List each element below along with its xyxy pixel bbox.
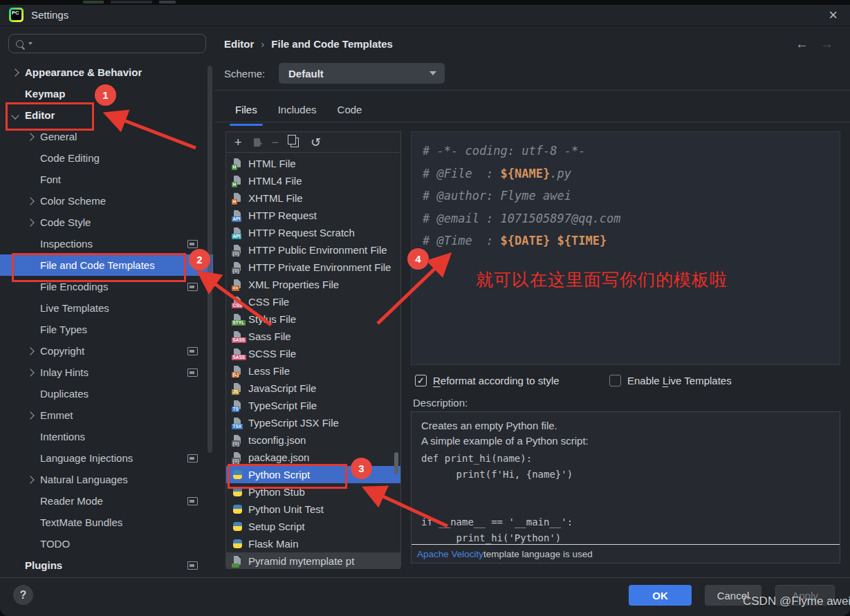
file-type-icon: JS [233,383,242,393]
template-item-label: JavaScript File [248,382,316,394]
sidebar-item-reader-mode[interactable]: Reader Mode [0,490,213,512]
template-item-css-file[interactable]: CSSCSS File [226,293,400,310]
sidebar-item-label: Intentions [40,431,85,442]
file-badge-icon: <> [232,286,239,291]
sidebar-item-plugins[interactable]: Plugins [0,554,213,576]
file-type-icon [233,487,242,497]
file-type-icon: TS [233,400,242,411]
chevron-right-icon [26,133,34,140]
template-item-xml-properties-file[interactable]: <>XML Properties File [226,276,400,293]
sidebar-item-file-encodings[interactable]: File Encodings [0,276,213,297]
template-editor[interactable]: # -*- coding: utf-8 -*-# @File : ${NAME}… [411,131,840,365]
template-item-html-file[interactable]: HHTML File [226,155,400,172]
file-type-icon [233,556,242,566]
back-arrow-icon[interactable]: ← [795,37,809,52]
sidebar-item-textmate-bundles[interactable]: TextMate Bundles [0,512,213,533]
template-item-scss-file[interactable]: SASSSCSS File [226,345,400,362]
sidebar-item-file-types[interactable]: File Types [0,319,213,340]
sidebar-item-label: Plugins [25,559,62,571]
template-item-http-private-environment-file[interactable]: {0}HTTP Private Environment File [226,259,400,276]
sidebar-item-inspections[interactable]: Inspections [0,233,213,254]
remove-icon[interactable]: − [272,136,279,149]
code-line: # @Time : ${DATE} ${TIME} [423,230,840,252]
breadcrumb-separator: › [261,38,264,50]
sidebar-item-duplicates[interactable]: Duplicates [0,383,213,404]
file-badge-icon: STYL [232,320,246,326]
template-item-label: HTML File [248,158,296,169]
file-type-icon: API [233,227,242,238]
template-item-typescript-jsx-file[interactable]: TSXTypeScript JSX File [226,414,400,431]
template-variable: ${DATE} ${TIME} [501,234,607,248]
template-item-tsconfig-json[interactable]: {0}tsconfig.json [226,431,400,449]
sidebar-item-general[interactable]: General [0,126,213,147]
sidebar-item-label: File and Code Templates [40,259,155,271]
tab-code[interactable]: Code [332,100,368,122]
scheme-dropdown[interactable]: Default [279,63,445,84]
template-item-less-file[interactable]: (L)Less File [226,362,400,380]
template-item-setup-script[interactable]: Setup Script [226,518,400,535]
sidebar-item-file-and-code-templates[interactable]: File and Code Templates [0,254,213,276]
template-item-http-request-scratch[interactable]: APIHTTP Request Scratch [226,224,400,241]
template-item-pyramid-mytemplate-pt[interactable]: Pyramid mytemplate pt [226,552,400,569]
sidebar-item-natural-languages[interactable]: Natural Languages [0,469,213,490]
help-button[interactable]: ? [13,585,33,605]
file-type-icon: API [233,210,242,221]
python-icon [233,539,242,548]
template-item-html4-file[interactable]: HHTML4 File [226,172,400,189]
sidebar-item-live-templates[interactable]: Live Templates [0,297,213,319]
reset-icon[interactable]: ↺ [311,136,321,149]
sidebar-item-keymap[interactable]: Keymap [0,83,213,104]
sidebar-item-code-editing[interactable]: Code Editing [0,147,213,169]
sidebar-item-code-style[interactable]: Code Style [0,212,213,233]
add-icon[interactable]: + [234,136,242,149]
template-item-python-unit-test[interactable]: Python Unit Test [226,501,400,518]
template-item-stylus-file[interactable]: STYLStylus File [226,310,400,328]
template-item-label: SCSS File [248,348,296,360]
template-item-xhtml-file[interactable]: HXHTML File [226,189,400,207]
template-item-python-stub[interactable]: Python Stub [226,483,400,501]
sidebar-item-editor[interactable]: Editor [0,104,213,126]
description-code-line: print(f'Hi, {name}') [421,467,830,483]
sidebar-item-label: General [40,131,77,142]
template-item-label: Sass File [248,330,291,342]
close-icon[interactable]: × [829,6,838,24]
template-item-javascript-file[interactable]: JSJavaScript File [226,380,400,397]
template-item-typescript-file[interactable]: TSTypeScript File [226,397,400,414]
settings-pane-icon [187,240,198,248]
sidebar-item-copyright[interactable]: Copyright [0,340,213,362]
file-type-icon [233,539,242,549]
sidebar-item-todo[interactable]: TODO [0,533,213,554]
tab-files[interactable]: Files [230,100,263,122]
template-item-http-public-environment-file[interactable]: {0}HTTP Public Environment File [226,241,400,259]
template-item-flask-main[interactable]: Flask Main [226,535,400,552]
sidebar-item-color-scheme[interactable]: Color Scheme [0,190,213,212]
sidebar-item-label: File Types [40,324,87,335]
sidebar-item-emmet[interactable]: Emmet [0,404,213,426]
divider [214,90,850,91]
template-item-package-json[interactable]: {0}package.json [226,449,400,466]
sidebar-item-intentions[interactable]: Intentions [0,426,213,447]
template-item-label: XHTML File [248,192,303,204]
template-item-label: TypeScript JSX File [248,417,339,429]
breadcrumb-editor[interactable]: Editor [224,38,254,50]
sidebar-item-language-injections[interactable]: Language Injections [0,447,213,469]
new-from-template-icon[interactable] [254,138,260,147]
enable-live-templates-checkbox[interactable]: ✓ Enable Live Templates [609,375,732,386]
tab-includes[interactable]: Includes [272,100,322,122]
template-item-http-request[interactable]: APIHTTP Request [226,207,400,224]
reformat-checkbox[interactable]: ✓ Reformat according to style [415,375,560,386]
sidebar-item-label: Code Style [40,216,91,228]
search-input[interactable] [8,34,206,53]
template-list-scrollbar[interactable] [394,452,398,474]
sidebar-item-inlay-hints[interactable]: Inlay Hints [0,362,213,383]
apache-velocity-link[interactable]: Apache Velocity [417,549,483,559]
sidebar-item-font[interactable]: Font [0,169,213,190]
copy-icon[interactable] [290,138,299,147]
sidebar-item-appearance-behavior[interactable]: Appearance & Behavior [0,62,213,83]
watermark: CSDN @Flyme awei [743,595,850,608]
sidebar-scrollbar[interactable] [207,66,212,453]
ok-button[interactable]: OK [629,585,692,606]
template-item-sass-file[interactable]: SASSSass File [226,328,400,345]
template-item-python-script[interactable]: Python Script [226,466,400,483]
template-item-label: HTTP Public Environment File [248,244,387,256]
